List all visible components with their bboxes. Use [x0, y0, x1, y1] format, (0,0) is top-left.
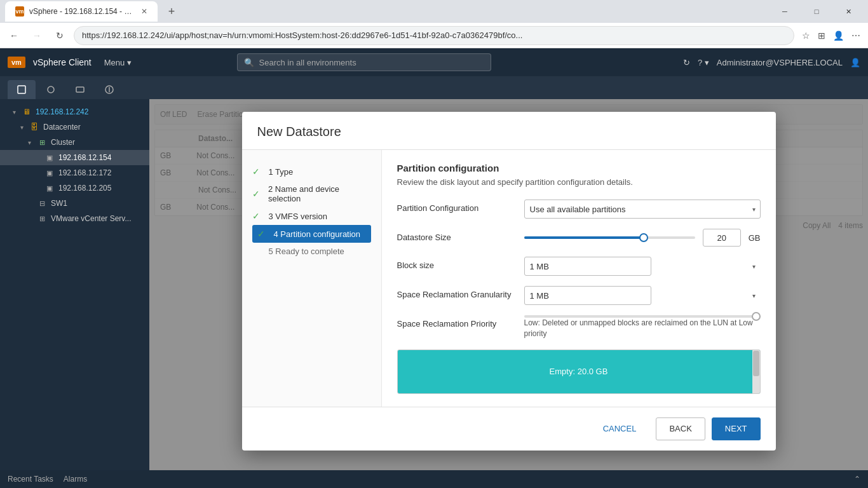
step-label-2: 2 Name and device selection	[268, 184, 371, 203]
step-label-1: 1 Type	[269, 167, 294, 177]
slider-thumb[interactable]	[639, 233, 648, 242]
slider-row: 20 GB	[524, 229, 761, 247]
step-label-4: 4 Partition configuration	[274, 229, 361, 239]
switch-icon: ⊟	[37, 198, 47, 208]
sidebar-item-cluster[interactable]: ▾ ⊞ Cluster	[0, 135, 149, 150]
nav-tabs	[0, 76, 868, 99]
browser-icons: ☆ ⊞ 👤 ⋯	[799, 28, 863, 43]
space-reclaim-gran-select[interactable]: 1 MB	[524, 286, 651, 305]
vsphere-header: vm vSphere Client Menu ▾ 🔍 Search in all…	[0, 48, 868, 76]
nav-tab-1[interactable]	[8, 80, 36, 99]
sidebar-item-sw1[interactable]: ⊟ SW1	[0, 196, 149, 211]
new-tab-button[interactable]: +	[163, 3, 180, 20]
user-menu[interactable]: Administrator@VSPHERE.LOCAL	[717, 58, 843, 67]
url-text: https://192.168.12.242/ui/app/host;nav=h…	[82, 30, 522, 40]
size-slider[interactable]	[524, 236, 695, 239]
wizard-step-4: ✓ 4 Partition configuration	[252, 225, 371, 243]
tab-title: vSphere - 192.168.12.154 - Store...	[29, 7, 133, 16]
dialog-header: New Datastore	[242, 112, 776, 150]
cancel-button[interactable]: CANCEL	[590, 417, 650, 440]
step-label-3: 3 VMFS version	[269, 212, 327, 221]
space-reclaim-priority-control: Low: Deleted or unmapped blocks are recl…	[524, 315, 761, 339]
partition-config-row: Partition Configuration Use all availabl…	[397, 200, 761, 219]
nav-tab-4[interactable]	[95, 80, 123, 99]
sidebar-item-host172[interactable]: ▣ 192.168.12.172	[0, 165, 149, 180]
search-placeholder: Search in all environments	[259, 58, 356, 67]
reload-icon[interactable]: ↻	[683, 58, 690, 67]
step-label-5: 5 Ready to complete	[269, 247, 344, 256]
global-search[interactable]: 🔍 Search in all environments	[237, 53, 491, 71]
sidebar-item-host242[interactable]: ▾ 🖥 192.168.12.242	[0, 104, 149, 119]
datastore-size-row: Datastore Size 20 GB	[397, 229, 761, 247]
size-unit: GB	[749, 233, 761, 243]
back-button[interactable]: BACK	[656, 417, 705, 440]
header-right: ↻ ? ▾ Administrator@VSPHERE.LOCAL 👤	[683, 58, 860, 67]
sidebar-item-host205[interactable]: ▣ 192.168.12.205	[0, 180, 149, 196]
window-controls: ─ □ ✕	[770, 1, 863, 22]
priority-note: Low: Deleted or unmapped blocks are recl…	[524, 318, 761, 339]
datastore-size-control: 20 GB	[524, 229, 761, 247]
block-size-arrow: ▾	[752, 263, 756, 270]
vm-logo: vm	[8, 57, 25, 68]
vcenter-icon: ⊞	[37, 214, 47, 224]
content-area: Off LED Erase Partitions... Datasto... O…	[149, 99, 868, 488]
menu-button[interactable]: Menu ▾	[99, 55, 137, 70]
server-icon-3: ▣	[44, 183, 55, 193]
address-bar[interactable]: https://192.168.12.242/ui/app/host;nav=h…	[74, 26, 794, 45]
partition-config-select[interactable]: Use all available partitions	[524, 200, 761, 219]
dc-icon: 🗄	[29, 122, 39, 132]
partition-scrollbar[interactable]	[752, 350, 760, 393]
close-button[interactable]: ✕	[834, 1, 863, 22]
alarms-label[interactable]: Alarms	[64, 475, 87, 484]
wizard-step-3: ✓ 3 VMFS version	[252, 207, 371, 225]
block-size-select[interactable]: 1 MB	[524, 257, 651, 276]
svg-rect-0	[18, 86, 25, 93]
nav-tab-3[interactable]	[66, 80, 94, 99]
vsphere-app: vm vSphere Client Menu ▾ 🔍 Search in all…	[0, 48, 868, 488]
sidebar-item-vcenter[interactable]: ⊞ VMware vCenter Serv...	[0, 211, 149, 226]
server-icon-2: ▣	[44, 168, 55, 178]
space-reclaim-gran-label: Space Reclamation Granularity	[397, 286, 524, 299]
section-desc: Review the disk layout and specify parti…	[397, 177, 761, 187]
user-avatar[interactable]: 👤	[850, 58, 860, 67]
dialog-body: ✓ 1 Type ✓ 2 Name and device selection	[242, 150, 776, 407]
bookmark-icon[interactable]: ☆	[799, 28, 813, 43]
block-size-label: Block size	[397, 257, 524, 270]
sidebar-item-dc[interactable]: ▾ 🗄 Datacenter	[0, 119, 149, 135]
tab-close-button[interactable]: ✕	[141, 7, 147, 16]
reload-button[interactable]: ↻	[51, 27, 69, 44]
datastore-size-label: Datastore Size	[397, 229, 524, 242]
forward-button[interactable]: →	[28, 27, 46, 44]
active-tab[interactable]: vm vSphere - 192.168.12.154 - Store... ✕	[5, 1, 158, 22]
wizard-step-5: 5 Ready to complete	[252, 243, 371, 260]
size-input[interactable]: 20	[703, 229, 741, 247]
back-button[interactable]: ←	[5, 27, 23, 44]
next-button[interactable]: NEXT	[712, 417, 761, 440]
recent-tasks-label[interactable]: Recent Tasks	[8, 475, 53, 484]
step-check-3: ✓	[252, 211, 262, 221]
svg-rect-2	[76, 87, 84, 92]
status-chevron-icon[interactable]: ⌃	[854, 475, 860, 484]
priority-slider[interactable]	[524, 315, 761, 318]
help-button[interactable]: ? ▾	[698, 58, 709, 67]
partition-config-select-wrapper: Use all available partitions ▾	[524, 200, 761, 219]
more-icon[interactable]: ⋯	[849, 28, 863, 43]
slider-fill	[524, 236, 644, 239]
dialog-title: New Datastore	[257, 125, 761, 139]
maximize-button[interactable]: □	[802, 1, 831, 22]
nav-tab-2[interactable]	[37, 80, 65, 99]
space-reclaim-gran-arrow: ▾	[752, 292, 756, 299]
space-reclaim-priority-row: Space Reclamation Priority	[397, 315, 761, 339]
sidebar-item-host154[interactable]: ▣ 192.168.12.154	[0, 150, 149, 165]
profile-icon[interactable]: 👤	[831, 28, 846, 43]
dialog: New Datastore ✓ 1 Type	[242, 112, 776, 451]
main-area: ▾ 🖥 192.168.12.242 ▾ 🗄 Datacenter ▾ ⊞ Cl…	[0, 99, 868, 488]
wizard-steps: ✓ 1 Type ✓ 2 Name and device selection	[242, 150, 382, 407]
minimize-button[interactable]: ─	[770, 1, 799, 22]
status-bar: Recent Tasks Alarms ⌃	[0, 470, 868, 488]
dialog-footer: CANCEL BACK NEXT	[242, 407, 776, 451]
content-bg: Off LED Erase Partitions... Datasto... O…	[149, 99, 868, 488]
extensions-icon[interactable]: ⊞	[815, 28, 828, 43]
wizard-step-1: ✓ 1 Type	[252, 163, 371, 180]
partition-config-label: Partition Configuration	[397, 200, 524, 213]
